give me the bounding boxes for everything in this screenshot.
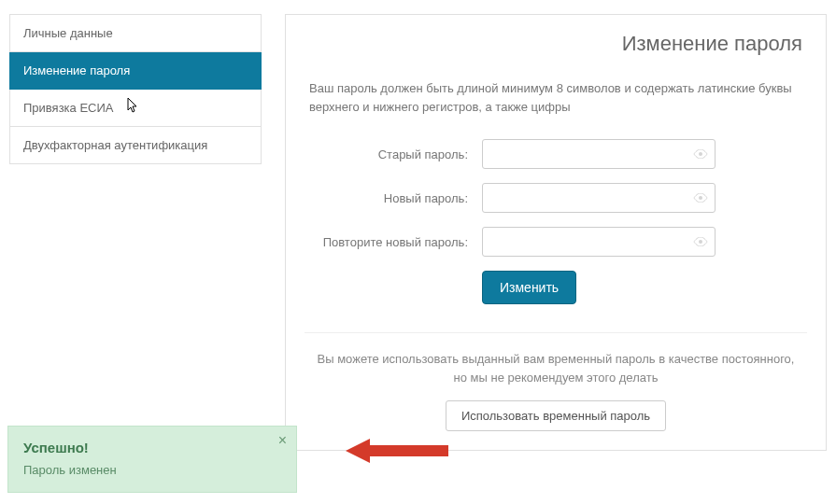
temp-password-hint: Вы можете использовать выданный вам врем… <box>309 350 802 386</box>
main-panel: Изменение пароля Ваш пароль должен быть … <box>285 14 827 451</box>
eye-icon[interactable] <box>693 237 708 246</box>
password-hint: Ваш пароль должен быть длиной минимум 8 … <box>309 79 802 116</box>
sidebar-item-label: Личные данные <box>23 26 113 40</box>
repeat-password-input[interactable] <box>482 227 716 257</box>
old-password-input[interactable] <box>482 139 716 169</box>
input-wrap <box>482 227 716 257</box>
submit-row: Изменить <box>482 271 802 304</box>
temp-btn-wrap: Использовать временный пароль <box>309 400 802 431</box>
new-password-label: Новый пароль: <box>309 191 482 205</box>
toast-close-button[interactable]: × <box>278 432 287 449</box>
sidebar-item-2fa[interactable]: Двухфакторная аутентификация <box>9 127 262 164</box>
annotation-arrow <box>346 437 448 465</box>
eye-icon[interactable] <box>693 193 708 203</box>
repeat-password-label: Повторите новый пароль: <box>309 235 482 249</box>
form-row-old: Старый пароль: <box>309 139 802 169</box>
new-password-input[interactable] <box>482 183 716 213</box>
form-row-new: Новый пароль: <box>309 183 802 213</box>
svg-point-1 <box>699 196 702 200</box>
divider <box>305 332 807 333</box>
submit-button[interactable]: Изменить <box>482 271 576 304</box>
success-toast: × Успешно! Пароль изменен <box>7 426 297 493</box>
old-password-label: Старый пароль: <box>309 147 482 161</box>
sidebar-item-password[interactable]: Изменение пароля <box>9 52 262 90</box>
cursor-icon <box>122 97 139 119</box>
svg-point-2 <box>699 240 702 244</box>
sidebar-item-personal[interactable]: Личные данные <box>9 14 262 52</box>
sidebar-item-label: Изменение пароля <box>23 63 130 77</box>
sidebar-item-esia[interactable]: Привязка ЕСИА <box>9 90 262 127</box>
svg-marker-3 <box>346 439 448 463</box>
sidebar-item-label: Двухфакторная аутентификация <box>23 138 207 152</box>
input-wrap <box>482 183 716 213</box>
input-wrap <box>482 139 716 169</box>
toast-title: Успешно! <box>23 440 281 455</box>
svg-point-0 <box>699 152 702 156</box>
eye-icon[interactable] <box>693 149 708 159</box>
use-temp-button[interactable]: Использовать временный пароль <box>446 400 666 431</box>
sidebar: Личные данные Изменение пароля Привязка … <box>9 14 262 451</box>
sidebar-item-label: Привязка ЕСИА <box>23 101 113 115</box>
page-title: Изменение пароля <box>309 32 802 56</box>
form-row-repeat: Повторите новый пароль: <box>309 227 802 257</box>
toast-message: Пароль изменен <box>23 463 281 477</box>
